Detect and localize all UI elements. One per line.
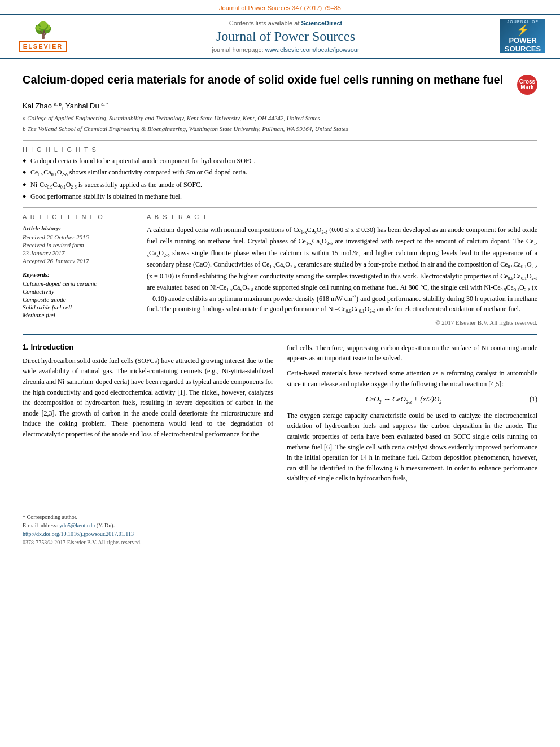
keyword-5: Methane fuel (23, 312, 135, 318)
equation-1-text: CeO2 ↔ CeO2-x + (x/2)O2 (287, 395, 520, 405)
keyword-2: Conductivity (23, 288, 135, 295)
journal-header-banner: 🌳 ELSEVIER Contents lists available at S… (0, 14, 560, 59)
highlight-item-3: Ni-Ce0.9Ca0.1O2-δ is successfully applie… (23, 180, 537, 191)
journal-citation-line: Journal of Power Sources 347 (2017) 79–8… (0, 0, 560, 14)
article-info-label: A R T I C L E I N F O (23, 213, 135, 220)
footer-email-link[interactable]: ydu5@kent.edu (59, 522, 95, 528)
equation-1-number: (1) (520, 395, 537, 404)
intro-paragraph-left: Direct hydrocarbon solid oxide fuel cell… (23, 356, 273, 440)
footer-corresponding: * Corresponding author. (23, 514, 537, 520)
received-date: Received 26 October 2016 (23, 234, 135, 241)
journal-homepage-line: journal homepage: www.elsevier.com/locat… (77, 46, 495, 53)
abstract-label: A B S T R A C T (147, 213, 537, 220)
contents-line: Contents lists available at ScienceDirec… (77, 20, 495, 27)
affiliations: a College of Applied Engineering, Sustai… (23, 113, 537, 133)
highlight-item-1: Ca doped ceria is found to be a potentia… (23, 156, 537, 166)
authors-line: Kai Zhao a, b, Yanhai Du a, * (23, 102, 537, 110)
crossmark-icon: CrossMark (519, 79, 535, 90)
main-content: Calcium-doped ceria materials for anode … (0, 59, 560, 497)
intro-paragraph-right-1: fuel cells. Therefore, suppressing carbo… (287, 343, 537, 364)
article-title: Calcium-doped ceria materials for anode … (23, 72, 511, 87)
affiliation-b: b The Voiland School of Chemical Enginee… (23, 124, 537, 134)
article-title-section: Calcium-doped ceria materials for anode … (23, 72, 537, 95)
journal-logo-box-area: JOURNAL OF ⚡ POWER SOURCES (495, 19, 551, 53)
abstract-copyright: © 2017 Elsevier B.V. All rights reserved… (147, 319, 537, 326)
journal-homepage-link[interactable]: www.elsevier.com/locate/jpowsour (265, 46, 360, 53)
journal-logo-box: JOURNAL OF ⚡ POWER SOURCES (500, 19, 545, 53)
logo-sources: SOURCES (505, 45, 541, 53)
elsevier-logo-area: 🌳 ELSEVIER (9, 21, 77, 52)
logo-journal-of: JOURNAL OF (507, 20, 538, 24)
abstract-column: A B S T R A C T A calcium-doped ceria wi… (147, 213, 537, 326)
body-two-col: 1. Introduction Direct hydrocarbon solid… (23, 343, 537, 488)
sciencedirect-link[interactable]: ScienceDirect (301, 20, 343, 27)
received-revised-label: Received in revised form (23, 242, 135, 248)
abstract-text: A calcium-doped ceria with nominal compo… (147, 225, 537, 316)
affiliation-a: a College of Applied Engineering, Sustai… (23, 113, 537, 123)
equation-1-box: CeO2 ↔ CeO2-x + (x/2)O2 (1) (287, 395, 537, 405)
page-footer: * Corresponding author. E-mail address: … (23, 509, 537, 545)
elsevier-tree-icon: 🌳 (33, 21, 53, 40)
divider-info-abstract (23, 207, 537, 208)
journal-title: Journal of Power Sources (77, 29, 495, 44)
intro-paragraph-right-2: Ceria-based materials have received some… (287, 368, 537, 389)
journal-citation-text: Journal of Power Sources 347 (2017) 79–8… (219, 5, 341, 11)
body-col-left: 1. Introduction Direct hydrocarbon solid… (23, 343, 273, 488)
article-info-abstract-section: A R T I C L E I N F O Article history: R… (23, 213, 537, 326)
body-divider (23, 334, 537, 335)
revised-date: 23 January 2017 (23, 250, 135, 256)
intro-paragraph-right-3: The oxygen storage capacity characterist… (287, 410, 537, 484)
elsevier-wordmark: ELSEVIER (19, 41, 67, 52)
article-info-column: A R T I C L E I N F O Article history: R… (23, 213, 135, 326)
section1-heading: 1. Introduction (23, 343, 273, 351)
page: Journal of Power Sources 347 (2017) 79–8… (0, 0, 560, 747)
lightning-icon: ⚡ (517, 24, 529, 36)
journal-header-center: Contents lists available at ScienceDirec… (77, 20, 495, 53)
divider-highlights-top (23, 140, 537, 141)
highlight-item-4: Good performance stability is obtained i… (23, 192, 537, 202)
keyword-1: Calcium-doped ceria ceramic (23, 280, 135, 287)
keywords-section: Keywords: Calcium-doped ceria ceramic Co… (23, 271, 135, 318)
crossmark-badge: CrossMark (517, 75, 537, 95)
logo-power: POWER (509, 36, 536, 45)
keywords-title: Keywords: (23, 271, 135, 278)
accepted-date: Accepted 26 January 2017 (23, 257, 135, 264)
footer-copyright: 0378-7753/© 2017 Elsevier B.V. All right… (23, 539, 537, 545)
footer-doi[interactable]: http://dx.doi.org/10.1016/j.jpowsour.201… (23, 531, 537, 537)
highlights-label: H I G H L I G H T S (23, 146, 537, 153)
article-history: Article history: Received 26 October 201… (23, 225, 135, 264)
highlights-list: Ca doped ceria is found to be a potentia… (23, 156, 537, 202)
highlight-item-2: Ce0.9Ca0.1O2-δ shows similar conductivit… (23, 168, 537, 178)
footer-email-line: E-mail address: ydu5@kent.edu (Y. Du). (23, 522, 537, 528)
keyword-3: Composite anode (23, 296, 135, 303)
authors-text: Kai Zhao a, b, Yanhai Du a, * (23, 102, 108, 110)
body-col-right: fuel cells. Therefore, suppressing carbo… (287, 343, 537, 488)
history-title: Article history: (23, 225, 135, 231)
keyword-4: Solid oxide fuel cell (23, 304, 135, 311)
